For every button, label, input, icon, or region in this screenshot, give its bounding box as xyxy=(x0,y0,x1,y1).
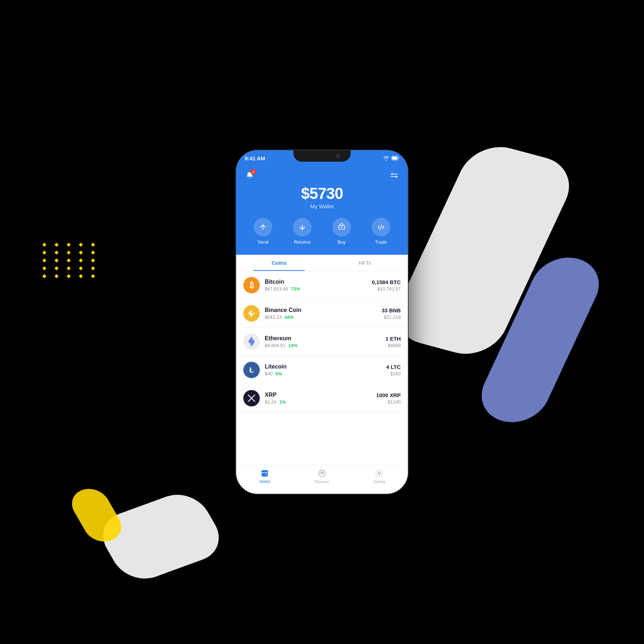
eth-info: Ethereum $4,809,91 14% xyxy=(265,335,385,348)
tab-coins[interactable]: Coins xyxy=(236,255,322,271)
xrp-name: XRP xyxy=(265,392,376,398)
bnb-price: $643,23 xyxy=(265,314,282,320)
nav-discover[interactable]: Discover xyxy=(293,469,351,484)
btc-value: $10,741,57 xyxy=(372,286,401,292)
discover-nav-label: Discover xyxy=(314,479,330,484)
bg-dots-decoration xyxy=(43,243,99,278)
filter-icon xyxy=(390,171,398,179)
wallet-balance: $5730 My Wallet xyxy=(236,182,408,211)
ltc-value: $160 xyxy=(386,371,401,376)
bnb-name: Binance Coin xyxy=(265,307,382,313)
xrp-amount: 1000 XRP xyxy=(376,392,401,398)
bottom-nav: Wallet Discover xyxy=(236,465,408,494)
wallet-nav-icon xyxy=(260,469,269,478)
status-time: 9:41 AM xyxy=(245,155,265,161)
eth-balance: 1 ETH $4809 xyxy=(385,336,401,348)
screen-content: 9:41 AM xyxy=(236,150,408,494)
trade-icon xyxy=(377,223,385,231)
eth-price: $4,809,91 xyxy=(265,343,286,348)
header: 9:41 AM xyxy=(236,150,408,255)
btc-change: 73% xyxy=(291,286,300,292)
bnb-amount: 33 BNB xyxy=(382,307,401,313)
setting-nav-label: Setting xyxy=(373,479,385,484)
btc-price-row: $67,813,48 73% xyxy=(265,286,372,292)
buy-icon-circle xyxy=(332,218,351,236)
coin-item-bnb[interactable]: Binance Coin $643,23 44% 33 BNB $21,219 xyxy=(236,299,408,328)
xrp-value: $1240 xyxy=(376,399,401,405)
btc-amount: 0,1584 BTC xyxy=(372,279,401,285)
wallet-label: My Wallet xyxy=(236,203,408,209)
coin-list: ₿ Bitcoin $67,813,48 73% 0,1584 BTC $10,… xyxy=(236,271,408,465)
tab-nfts[interactable]: NFTs xyxy=(322,255,408,271)
bnb-balance: 33 BNB $21,219 xyxy=(382,307,401,320)
header-top-row: 2 xyxy=(236,166,408,182)
svg-point-10 xyxy=(378,472,380,474)
coin-item-btc[interactable]: ₿ Bitcoin $67,813,48 73% 0,1584 BTC $10,… xyxy=(236,271,408,299)
send-label: Send xyxy=(258,239,268,245)
xrp-change: 1% xyxy=(279,399,286,405)
camera xyxy=(336,154,340,158)
notification-badge: 2 xyxy=(250,169,256,175)
send-button[interactable]: Send xyxy=(254,218,272,245)
btc-name: Bitcoin xyxy=(265,279,372,285)
phone-screen: 9:41 AM xyxy=(236,150,408,494)
btc-info: Bitcoin $67,813,48 73% xyxy=(265,279,372,292)
send-icon-circle xyxy=(254,218,272,236)
coin-item-eth[interactable]: Ethereum $4,809,91 14% 1 ETH $4809 xyxy=(236,328,408,356)
trade-button[interactable]: Trade xyxy=(372,218,390,245)
ltc-price-row: $40 5% xyxy=(265,371,386,376)
ltc-logo: Ł xyxy=(243,362,260,378)
ltc-info: Litecoin $40 5% xyxy=(265,364,386,376)
action-buttons: Send Receive xyxy=(236,211,408,246)
phone-frame: 9:41 AM xyxy=(236,150,408,494)
receive-icon-circle xyxy=(293,218,312,236)
notification-button[interactable]: 2 xyxy=(243,169,256,182)
btc-balance: 0,1584 BTC $10,741,57 xyxy=(372,279,401,292)
ltc-name: Litecoin xyxy=(265,364,386,370)
buy-label: Buy xyxy=(338,239,346,245)
eth-change: 14% xyxy=(288,343,298,348)
xrp-balance: 1000 XRP $1240 xyxy=(376,392,401,405)
tabs: Coins NFTs xyxy=(236,255,408,271)
status-icons xyxy=(383,156,399,161)
xrp-price: $1,24 xyxy=(265,399,277,405)
battery-icon xyxy=(391,156,399,160)
svg-rect-1 xyxy=(392,157,397,160)
coin-item-ltc[interactable]: Ł Litecoin $40 5% 4 LTC $160 xyxy=(236,356,408,384)
wallet-nav-label: Wallet xyxy=(259,479,270,484)
discover-nav-icon xyxy=(317,469,327,478)
buy-icon xyxy=(338,223,346,231)
ltc-amount: 4 LTC xyxy=(386,364,401,370)
eth-amount: 1 ETH xyxy=(385,336,401,342)
ltc-price: $40 xyxy=(265,371,273,376)
eth-name: Ethereum xyxy=(265,335,385,342)
wifi-icon xyxy=(383,156,389,161)
bnb-price-row: $643,23 44% xyxy=(265,314,382,320)
receive-icon xyxy=(298,223,306,231)
ltc-balance: 4 LTC $160 xyxy=(386,364,401,376)
svg-point-8 xyxy=(266,474,267,475)
setting-nav-icon xyxy=(375,469,384,478)
nav-setting[interactable]: Setting xyxy=(351,469,408,484)
btc-price: $67,813,48 xyxy=(265,286,288,292)
eth-price-row: $4,809,91 14% xyxy=(265,343,385,348)
xrp-info: XRP $1,24 1% xyxy=(265,392,376,405)
receive-button[interactable]: Receive xyxy=(293,218,312,245)
buy-button[interactable]: Buy xyxy=(332,218,351,245)
receive-label: Receive xyxy=(294,239,311,245)
bnb-info: Binance Coin $643,23 44% xyxy=(265,307,382,320)
bnb-logo xyxy=(243,305,260,322)
nav-wallet[interactable]: Wallet xyxy=(236,469,293,484)
eth-value: $4809 xyxy=(385,343,401,348)
notch xyxy=(293,150,351,162)
eth-logo xyxy=(243,333,260,350)
trade-icon-circle xyxy=(372,218,390,236)
coin-item-xrp[interactable]: XRP $1,24 1% 1000 XRP $1240 xyxy=(236,384,408,413)
xrp-logo xyxy=(243,390,260,406)
trade-label: Trade xyxy=(375,239,387,245)
ltc-change: 5% xyxy=(275,371,282,376)
xrp-price-row: $1,24 1% xyxy=(265,399,376,405)
balance-amount: $5730 xyxy=(236,185,408,203)
filter-button[interactable] xyxy=(388,169,401,182)
btc-logo: ₿ xyxy=(243,277,260,293)
